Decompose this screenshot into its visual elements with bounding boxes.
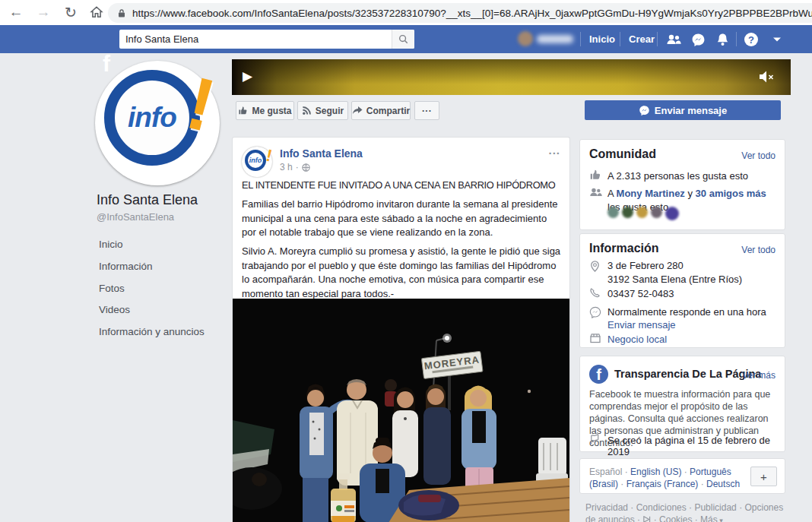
transparency-card: f Transparencia De La Página Ver más Fac… bbox=[579, 356, 785, 452]
user-name-blurred[interactable] bbox=[537, 35, 573, 43]
footer-links: PrivacidadCondicionesPublicidadOpciones … bbox=[585, 501, 785, 522]
friend-avatar[interactable] bbox=[636, 207, 648, 218]
avatar-logo-ring: info bbox=[245, 150, 266, 171]
address-line-2: 3192 Santa Elena (Entre Ríos) bbox=[607, 273, 742, 286]
messenger-response-icon bbox=[589, 306, 602, 319]
post-options-menu[interactable]: ... bbox=[548, 144, 560, 157]
language-link-english[interactable]: English (US) bbox=[630, 467, 690, 477]
browser-reload-icon[interactable]: ↻ bbox=[61, 2, 81, 22]
footer-link-privacidad[interactable]: Privacidad bbox=[585, 502, 636, 513]
friend-name-link[interactable]: Mony Martinez bbox=[617, 188, 685, 199]
category-link[interactable]: Negocio local bbox=[607, 333, 667, 346]
community-see-all-link[interactable]: Ver todo bbox=[741, 150, 776, 161]
mute-icon[interactable] bbox=[757, 68, 776, 85]
more-actions-button[interactable]: ... bbox=[414, 101, 439, 120]
footer-link-mas[interactable]: Más bbox=[700, 514, 723, 522]
footer-link-publicidad[interactable]: Publicidad bbox=[694, 502, 744, 513]
post-paragraph-1: Familias del barrio Hipódromo invitaron … bbox=[242, 198, 563, 240]
sidebar-item-info-anuncios[interactable]: Información y anuncios bbox=[99, 326, 205, 337]
post-paragraph-2: Silvio A. Moreyra cumplió su promesa y a… bbox=[242, 245, 563, 301]
friends-more-link[interactable]: 30 amigos más bbox=[696, 188, 766, 199]
friend-avatar[interactable] bbox=[665, 207, 679, 220]
notifications-bell-icon[interactable] bbox=[715, 32, 730, 47]
navbar-divider bbox=[736, 32, 737, 46]
friend-avatars-row[interactable] bbox=[607, 207, 679, 220]
location-pin-icon bbox=[589, 260, 602, 273]
post-timestamp[interactable]: 3 h · bbox=[280, 162, 310, 172]
share-arrow-icon bbox=[352, 106, 363, 115]
language-card: EspañolEnglish (US)Português (Brasil)Fra… bbox=[579, 458, 785, 494]
facebook-logo-icon[interactable]: f bbox=[97, 53, 116, 76]
page-created-line: Se creó la página el 15 de febrero de 20… bbox=[607, 435, 785, 457]
adchoices-icon bbox=[642, 515, 651, 522]
browser-back-icon[interactable]: ← bbox=[6, 2, 26, 22]
friend-requests-icon[interactable] bbox=[666, 32, 681, 47]
browser-forward-icon[interactable]: → bbox=[33, 2, 53, 22]
post-card: info ! Info Santa Elena 3 h · ... EL INT… bbox=[232, 137, 570, 522]
community-title: Comunidad bbox=[589, 147, 656, 161]
dot-separator: · bbox=[296, 162, 299, 172]
transparency-see-more-link[interactable]: Ver más bbox=[742, 370, 776, 381]
avatar-logo-exclamation: ! bbox=[264, 147, 273, 164]
url-text: https://www.facebook.com/InfoSantaElena/… bbox=[132, 8, 812, 19]
sidebar-item-videos[interactable]: Videos bbox=[99, 304, 130, 315]
storefront-icon bbox=[589, 333, 602, 346]
facebook-badge-icon: f bbox=[589, 365, 608, 384]
rss-follow-icon bbox=[302, 106, 312, 115]
account-menu-caret-icon[interactable] bbox=[769, 32, 785, 47]
friends-mid: y bbox=[685, 188, 696, 199]
search-button[interactable] bbox=[392, 30, 414, 49]
play-icon[interactable]: ▶ bbox=[243, 70, 256, 84]
info-see-all-link[interactable]: Ver todo bbox=[741, 245, 776, 255]
page-profile-logo[interactable]: info ! bbox=[95, 61, 220, 185]
send-message-button[interactable]: Enviar mensaje bbox=[585, 100, 781, 120]
transparency-title: Transparencia De La Página bbox=[614, 368, 761, 380]
user-avatar[interactable] bbox=[518, 31, 533, 46]
page-title: Info Santa Elena bbox=[97, 192, 198, 208]
follow-button[interactable]: Seguir bbox=[297, 101, 348, 120]
language-link-deutsch[interactable]: Deutsch bbox=[706, 479, 740, 489]
send-message-link[interactable]: Enviar mensaje bbox=[607, 318, 676, 332]
browser-toolbar: ← → ↻ https://www.facebook.com/InfoSanta… bbox=[0, 0, 812, 25]
community-likes-line: A 2.313 personas les gusta esto bbox=[607, 169, 748, 183]
post-author-name[interactable]: Info Santa Elena bbox=[280, 147, 363, 160]
post-author-avatar[interactable]: info ! bbox=[242, 147, 272, 177]
post-time-text: 3 h bbox=[280, 162, 293, 172]
sidebar-item-inicio[interactable]: Inicio bbox=[99, 239, 123, 250]
ellipsis-icon: ... bbox=[422, 103, 432, 114]
navbar-divider bbox=[620, 32, 620, 46]
add-language-button[interactable]: + bbox=[750, 467, 777, 486]
messenger-icon[interactable] bbox=[690, 32, 706, 47]
navbar-divider bbox=[580, 32, 581, 46]
friend-avatar[interactable] bbox=[622, 207, 633, 218]
navbar-home-link[interactable]: Inicio bbox=[589, 33, 615, 45]
address-bar[interactable]: https://www.facebook.com/InfoSantaElena/… bbox=[108, 3, 812, 23]
footer-link-cookies[interactable]: Cookies bbox=[659, 514, 700, 522]
friends-prefix: A bbox=[607, 188, 617, 199]
navbar-create-link[interactable]: Crear bbox=[629, 33, 655, 45]
friend-avatar[interactable] bbox=[607, 207, 619, 218]
flag-icon bbox=[589, 434, 602, 447]
language-current: Español bbox=[589, 467, 630, 477]
footer-link-condiciones[interactable]: Condiciones bbox=[636, 502, 695, 513]
help-icon[interactable]: ? bbox=[744, 32, 759, 47]
community-card: Comunidad Ver todo A 2.313 personas les … bbox=[579, 139, 785, 230]
thumbs-up-icon bbox=[589, 169, 602, 182]
post-title: EL INTENDENTE FUE INVITADO A UNA CENA EN… bbox=[242, 179, 565, 191]
friends-icon bbox=[589, 187, 602, 200]
like-button[interactable]: Me gusta bbox=[236, 101, 294, 120]
search-input[interactable] bbox=[119, 30, 392, 49]
logo-text: info bbox=[128, 102, 176, 134]
sidebar-item-informacion[interactable]: Información bbox=[99, 261, 153, 272]
language-link-francais[interactable]: Français (France) bbox=[626, 479, 706, 489]
follow-label: Seguir bbox=[316, 106, 344, 116]
messenger-outline-icon bbox=[639, 105, 650, 116]
response-time: Normalmente responde en una hora bbox=[607, 305, 766, 319]
share-button[interactable]: Compartir bbox=[351, 101, 411, 120]
sidebar-item-fotos[interactable]: Fotos bbox=[99, 283, 125, 294]
browser-home-icon[interactable] bbox=[87, 2, 106, 22]
cover-video[interactable]: ▶ bbox=[232, 59, 791, 95]
post-photo[interactable]: MOREYRA bbox=[233, 299, 569, 522]
friend-avatar[interactable] bbox=[651, 207, 662, 218]
phone-icon bbox=[589, 287, 602, 300]
